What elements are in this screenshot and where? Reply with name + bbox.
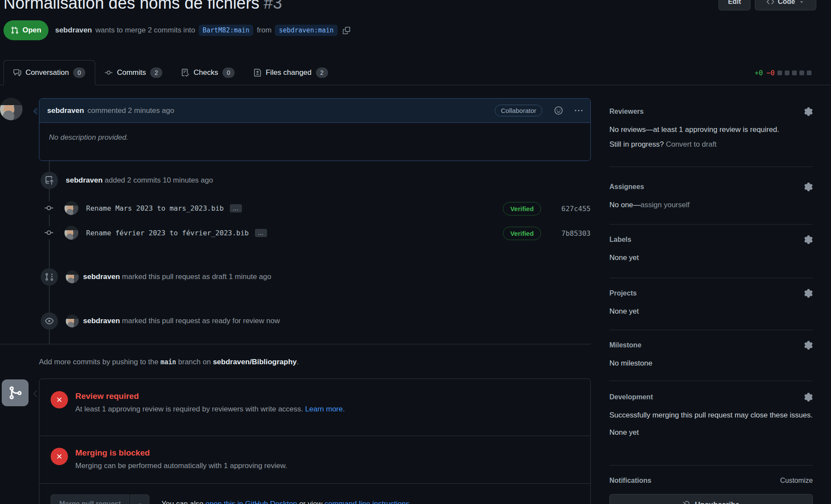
verified-badge[interactable]: Verified (503, 202, 541, 215)
push-note-repo-link[interactable]: sebdraven/Bibliography (213, 358, 297, 366)
status-badge-open: Open (3, 20, 48, 40)
git-commit-icon (45, 226, 53, 239)
event-author-link[interactable]: sebdraven (66, 176, 103, 184)
diffstat[interactable]: +0 −0 (754, 69, 812, 77)
github-desktop-link[interactable]: open this in GitHub Desktop (206, 500, 297, 504)
avatar[interactable] (0, 98, 23, 120)
review-required-description: At least 1 approving review is required … (75, 405, 345, 414)
assign-yourself-link[interactable]: assign yourself (641, 201, 689, 209)
sidebar-divider (609, 381, 813, 381)
sidebar-divider (609, 465, 813, 465)
convert-to-draft-link[interactable]: Convert to draft (666, 140, 716, 148)
kebab-menu-icon[interactable] (575, 107, 583, 115)
assignees-status: No one—assign yourself (609, 199, 813, 211)
code-button-label: Code (778, 0, 795, 6)
avatar[interactable] (64, 226, 78, 240)
verified-badge[interactable]: Verified (503, 227, 541, 240)
gear-icon[interactable] (804, 107, 813, 116)
gear-icon[interactable] (804, 183, 813, 191)
alt-text: You can also (161, 500, 203, 504)
eye-icon (41, 312, 58, 330)
merge-pull-request-button[interactable]: Merge pull request (51, 494, 129, 504)
tab-files-changed-count: 2 (316, 67, 328, 78)
sidebar-section-assignees: Assignees No one—assign yourself (609, 183, 813, 211)
push-note-text: . (297, 358, 299, 366)
sidebar-section-projects: Projects None yet (609, 289, 813, 317)
event-description: added 2 commits 10 minutes ago (105, 176, 213, 184)
tab-conversation[interactable]: Conversation 0 (3, 60, 95, 85)
commit-expand-button[interactable]: … (230, 204, 242, 212)
checklist-icon (181, 69, 189, 77)
copy-branch-icon[interactable] (343, 27, 350, 34)
labels-heading: Labels (609, 236, 631, 244)
learn-more-link[interactable]: Learn more. (305, 405, 345, 413)
push-note: Add more commits by pushing to the main … (39, 358, 299, 366)
tab-checks[interactable]: Checks 0 (172, 61, 244, 85)
push-note-branch: main (161, 358, 176, 366)
event-description: marked this pull request as draft 1 minu… (122, 273, 271, 281)
event-ready-for-review: sebdraven marked this pull request as re… (41, 312, 280, 330)
merge-actions-section: Merge pull request You can also open thi… (39, 484, 590, 504)
still-in-progress-text: Still in progress? (609, 140, 664, 148)
event-author-link[interactable]: sebdraven (83, 317, 120, 325)
development-heading: Development (609, 393, 653, 401)
head-branch-label[interactable]: sebdraven:main (275, 25, 337, 36)
avatar[interactable] (64, 201, 78, 215)
merging-blocked-section: Merging is blocked Merging can be perfor… (39, 437, 590, 484)
sidebar-section-milestone: Milestone No milestone (609, 341, 813, 369)
development-description: Successfully merging this pull request m… (609, 410, 813, 421)
git-merge-icon (2, 379, 29, 406)
pr-author-link[interactable]: sebdraven (55, 26, 92, 35)
edit-button[interactable]: Edit (718, 0, 750, 10)
comment-author-link[interactable]: sebdraven (47, 106, 84, 115)
sidebar-divider (609, 278, 813, 278)
gear-icon[interactable] (804, 235, 813, 244)
unsubscribe-button[interactable]: Unsubscribe (609, 494, 813, 504)
smiley-reaction-icon[interactable] (554, 106, 563, 115)
merge-status-box: Review required At least 1 approving rev… (39, 379, 591, 504)
commit-row: Rename Mars 2023 to mars_2023.bib … (45, 201, 242, 215)
diffstat-block (792, 71, 797, 75)
code-button[interactable]: Code (755, 0, 816, 10)
gear-icon[interactable] (804, 289, 813, 298)
diffstat-additions: +0 (754, 69, 763, 77)
merge-summary-text: wants to merge 2 commits into (96, 26, 196, 35)
event-description: marked this pull request as ready for re… (122, 317, 280, 325)
alt-text: . (409, 500, 412, 504)
merge-options-dropdown[interactable] (130, 494, 149, 504)
avatar[interactable] (66, 315, 79, 327)
pr-title-text: Normalisation des noms de fichiers (3, 0, 259, 12)
commit-sha-link[interactable]: 7b85303 (561, 229, 590, 238)
event-text: sebdraven added 2 commits 10 minutes ago (66, 176, 213, 185)
tab-commits[interactable]: Commits 2 (95, 61, 172, 85)
base-branch-label[interactable]: BartM82:main (199, 25, 253, 36)
tab-conversation-count: 0 (73, 67, 85, 78)
event-author-link[interactable]: sebdraven (83, 273, 120, 281)
merging-blocked-title: Merging is blocked (75, 448, 287, 458)
tab-checks-count: 0 (222, 67, 235, 78)
commit-message-link[interactable]: Rename Mars 2023 to mars_2023.bib (86, 204, 224, 212)
avatar[interactable] (66, 270, 79, 283)
gear-icon[interactable] (804, 393, 813, 401)
assignees-heading: Assignees (609, 183, 644, 191)
push-note-text: Add more commits by pushing to the (39, 358, 158, 366)
command-line-link[interactable]: command line instructions (325, 500, 410, 504)
projects-heading: Projects (609, 289, 637, 297)
gear-icon[interactable] (804, 341, 813, 350)
milestone-heading: Milestone (609, 341, 641, 349)
sidebar-section-labels: Labels None yet (609, 235, 813, 263)
commit-message-link[interactable]: Rename février 2023 to février_2023.bib (86, 229, 249, 237)
event-added-commits: sebdraven added 2 commits 10 minutes ago (41, 172, 213, 189)
event-marked-draft: sebdraven marked this pull request as dr… (41, 268, 271, 286)
repo-push-icon (41, 172, 58, 189)
commit-expand-button[interactable]: … (255, 229, 267, 237)
tab-commits-count: 2 (150, 67, 162, 78)
comment-meta: commented 2 minutes ago (87, 106, 174, 115)
code-icon (767, 0, 774, 6)
customize-link[interactable]: Customize (780, 477, 813, 485)
tab-commits-label: Commits (117, 68, 146, 77)
merging-blocked-description: Merging can be performed automatically w… (75, 462, 287, 470)
tab-files-changed[interactable]: Files changed 2 (244, 61, 338, 85)
milestone-status: No milestone (609, 358, 813, 369)
commit-sha-link[interactable]: 627c455 (561, 205, 590, 213)
